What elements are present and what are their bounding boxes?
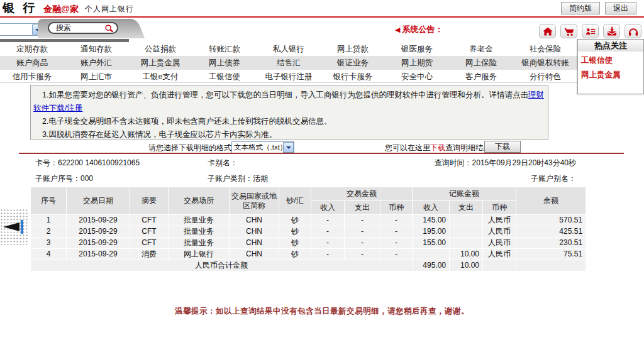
hot-topics-list: 工银信使网上贵金属: [578, 52, 643, 80]
headset-button[interactable]: [625, 24, 641, 38]
menu-item[interactable]: 工银e支付: [128, 72, 192, 82]
total-currency-empty: [483, 260, 516, 271]
col-group-transaction-amount: 交易金额: [311, 187, 412, 200]
menu-item[interactable]: 转账汇款: [192, 44, 257, 55]
logo-brand-text: 金融@家: [43, 3, 79, 15]
transactions-table: 序号 交易日期 摘要 交易场所 交易国家或地区简称 钞/汇 交易金额 记账金额 …: [30, 187, 586, 271]
menu-item[interactable]: 银证业务: [321, 58, 385, 69]
main-menu: 定期存款通知存款公益捐款转账汇款私人银行网上贷款银医服务养老金社会保险 账户商品…: [0, 39, 644, 83]
format-select[interactable]: 文本格式（.txt）: [231, 141, 294, 153]
menu-item[interactable]: 定期存款: [0, 44, 64, 55]
table-cell: 195.00: [413, 226, 449, 237]
table-cell: CFT: [130, 238, 168, 248]
menu-item[interactable]: 网上汇市: [64, 72, 128, 82]
menu-item[interactable]: 分行特色: [513, 72, 577, 82]
notice-line-1-text: 1.如果您需要对您的银行资产、负债进行管理，您可以下载您的当日明细，导入工商银行…: [42, 90, 528, 99]
table-header: 序号 交易日期 摘要 交易场所 交易国家或地区简称 钞/汇 交易金额 记账金额 …: [31, 187, 586, 214]
table-cell: 3: [31, 238, 66, 248]
cart-icon: [563, 26, 575, 37]
menu-item[interactable]: 账户商品: [0, 58, 64, 69]
cart-button[interactable]: [560, 24, 577, 38]
notice-box: 1.如果您需要对您的银行资产、负债进行管理，您可以下载您的当日明细，导入工商银行…: [30, 85, 548, 140]
announcement-label: 系统公告：: [402, 24, 443, 35]
sidebar-collapse-handle[interactable]: [0, 209, 28, 245]
col-region: 交易国家或地区简称: [230, 187, 279, 214]
table-cell: CFT: [130, 215, 168, 226]
col-balance: 余额: [516, 187, 586, 214]
menu-item[interactable]: 通知存款: [64, 44, 128, 55]
menu-item[interactable]: 私人银行: [257, 44, 321, 55]
table-cell: -: [380, 238, 412, 248]
menu-item[interactable]: 安全中心: [385, 72, 449, 82]
menu-item[interactable]: 养老金: [449, 44, 513, 55]
chevron-down-icon[interactable]: [283, 142, 294, 153]
home-button[interactable]: [539, 24, 556, 38]
menu-item[interactable]: 客户服务: [449, 72, 513, 82]
notice-line-3: 3.因脱机消费存在延迟入账情况，电子现金应以芯片卡内实际为准。: [33, 128, 544, 141]
logo: 银 行 金融@家 个人网上银行: [3, 1, 134, 15]
menu-item[interactable]: 电子银行注册: [257, 72, 321, 82]
table-cell: 钞: [279, 238, 311, 248]
warm-tip: 温馨提示：如以上查询结果中没有包含当日最新交易明细，请您稍后再查，谢谢。: [0, 306, 644, 317]
menu-rows: 定期存款通知存款公益捐款转账汇款私人银行网上贷款银医服务养老金社会保险 账户商品…: [0, 42, 577, 84]
download-button[interactable]: [603, 24, 620, 38]
account-info-row-2: 子账户序号：000 子账户类别：活期 子账户别名：: [0, 173, 644, 186]
download-button-main[interactable]: 下载: [484, 141, 521, 153]
card-number: 卡号：622200 1406100921065: [35, 158, 140, 168]
menu-item[interactable]: 网上期货: [385, 58, 449, 69]
search-input[interactable]: 搜索: [48, 22, 118, 34]
table-cell: CHN: [230, 215, 279, 226]
table-cell: [450, 226, 482, 237]
menu-item[interactable]: 账户外汇: [64, 58, 128, 69]
search-placeholder: 搜索: [56, 23, 104, 33]
menu-item[interactable]: 网上贵金属: [128, 58, 192, 69]
table-body: 12015-09-29CFT批量业务CHN钞---145.00人民币570.51…: [31, 215, 586, 260]
search-icon[interactable]: [104, 23, 114, 33]
query-time: 查询时间：2015年09月29日20时43分40秒: [435, 158, 576, 168]
menu-item[interactable]: 银商银权转账: [513, 58, 577, 69]
menu-item[interactable]: 银医服务: [385, 44, 449, 55]
table-cell: -: [311, 215, 344, 226]
menu-row: 信用卡服务网上汇市工银e支付工银信使电子银行注册银行卡服务安全中心客户服务分行特…: [0, 70, 577, 84]
table-cell: [450, 238, 482, 248]
table-cell: [450, 215, 482, 226]
menu-item[interactable]: 社会保险: [513, 44, 577, 55]
table-row: 32015-09-29CFT批量业务CHN钞---155.00人民币230.51: [31, 238, 586, 248]
menu-item[interactable]: 结售汇: [257, 58, 321, 69]
table-cell: -: [345, 249, 380, 260]
table-cell: 570.51: [516, 215, 586, 226]
table-cell: -: [345, 238, 380, 248]
table-cell: -: [380, 226, 412, 237]
col-book-expense: 支出: [450, 201, 482, 214]
table-cell: CHN: [230, 249, 279, 260]
simple-version-button[interactable]: 简约版: [561, 2, 600, 14]
download-link[interactable]: 下载: [430, 143, 445, 152]
table-cell: 2: [31, 226, 66, 237]
table-cell: 人民币: [483, 249, 516, 260]
table-cell: -: [380, 249, 412, 260]
menu-item[interactable]: 工银信使: [192, 72, 257, 82]
menu-item[interactable]: 网上贷款: [321, 44, 385, 55]
contacts-icon: [584, 26, 597, 37]
menu-item[interactable]: 信用卡服务: [0, 72, 64, 82]
contacts-button[interactable]: [582, 24, 599, 38]
col-summary: 摘要: [130, 187, 168, 214]
table-cell: 钞: [279, 249, 311, 260]
table-cell: -: [311, 249, 344, 260]
logout-button[interactable]: 退出: [605, 2, 636, 14]
menu-item[interactable]: 银行卡服务: [321, 72, 385, 82]
menu-item[interactable]: 公益捐款: [128, 44, 192, 55]
collapse-arrow-icon: [3, 222, 19, 231]
menu-row: 账户商品账户外汇网上贵金属网上债券结售汇银证业务网上期货网上保险银商银权转账: [0, 56, 577, 70]
menu-item[interactable]: 网上债券: [192, 58, 257, 69]
col-serial: 序号: [31, 187, 66, 214]
table-cell: CHN: [230, 238, 279, 248]
menu-item[interactable]: 网上保险: [449, 58, 513, 69]
hot-topic-link[interactable]: 网上贵金属: [578, 66, 643, 80]
product-name: 个人网上银行: [85, 3, 134, 15]
table-cell: -: [311, 226, 344, 237]
hot-topic-link[interactable]: 工银信使: [578, 52, 643, 66]
table-cell: 2015-09-29: [67, 215, 130, 226]
table-cell: 钞: [279, 215, 311, 226]
table-cell: 批量业务: [169, 238, 229, 248]
